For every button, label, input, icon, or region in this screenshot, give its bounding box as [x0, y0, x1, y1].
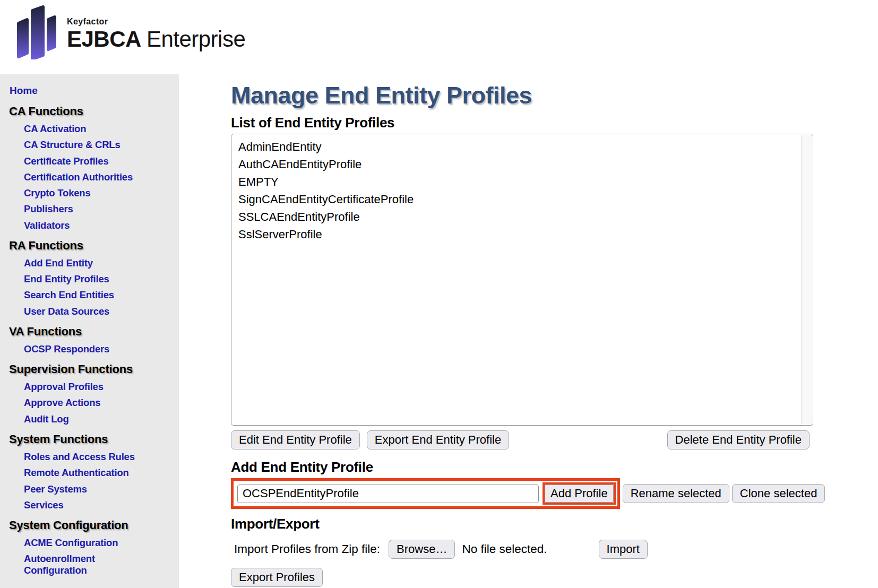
profile-list-item[interactable]: AuthCAEndEntityProfile — [231, 155, 813, 173]
listbox-scrollbar[interactable] — [801, 135, 812, 425]
list-of-end-entity-profiles-heading: List of End Entity Profiles — [231, 115, 878, 131]
logo-brand-text: Keyfactor — [67, 17, 245, 27]
sidebar-item-search-end-entities[interactable]: Search End Entities — [0, 289, 179, 300]
logo-product-text: EJBCA — [67, 27, 141, 51]
main-content: Manage End Entity Profiles List of End E… — [179, 74, 878, 588]
sidebar-section-va-functions: VA Functions — [0, 325, 179, 339]
export-end-entity-profile-button[interactable]: Export End Entity Profile — [367, 430, 509, 449]
profile-list-item[interactable]: SignCAEndEntityCertificateProfile — [231, 191, 813, 208]
highlight-annotation-inner-box: Add Profile — [543, 482, 616, 505]
sidebar-navigation: Home CA Functions CA Activation CA Struc… — [0, 74, 179, 588]
sidebar-item-audit-log[interactable]: Audit Log — [0, 413, 179, 425]
file-status-text: No file selected. — [462, 542, 547, 556]
highlight-annotation-box: Add Profile — [231, 478, 620, 509]
sidebar-item-add-end-entity[interactable]: Add End Entity — [0, 257, 179, 269]
sidebar-section-ra-functions: RA Functions — [0, 239, 179, 253]
sidebar-item-publishers[interactable]: Publishers — [0, 203, 179, 214]
sidebar-item-remote-authentication[interactable]: Remote Authentication — [0, 467, 179, 478]
import-export-heading: Import/Export — [231, 516, 878, 532]
sidebar-item-ca-activation[interactable]: CA Activation — [0, 123, 179, 134]
add-end-entity-profile-heading: Add End Entity Profile — [231, 459, 878, 475]
sidebar-item-ca-structure-crls[interactable]: CA Structure & CRLs — [0, 139, 179, 150]
profile-name-input[interactable] — [237, 485, 539, 503]
sidebar-item-roles-and-access-rules[interactable]: Roles and Access Rules — [0, 451, 179, 462]
sidebar-item-autoenrollment-configuration[interactable]: Autoenrollment Configuration — [0, 553, 179, 576]
keyfactor-logo-icon — [15, 4, 58, 59]
add-profile-button[interactable]: Add Profile — [545, 485, 614, 503]
export-profiles-button[interactable]: Export Profiles — [231, 568, 323, 587]
sidebar-item-home[interactable]: Home — [0, 85, 179, 97]
sidebar-item-user-data-sources[interactable]: User Data Sources — [0, 306, 179, 317]
page-title: Manage End Entity Profiles — [231, 82, 878, 109]
logo-wordmark: Keyfactor EJBCAEnterprise — [67, 4, 245, 51]
page-header: Keyfactor EJBCAEnterprise — [0, 0, 878, 74]
sidebar-section-ca-functions: CA Functions — [0, 105, 179, 118]
profile-list-item[interactable]: SslServerProfile — [231, 226, 813, 243]
sidebar-item-approve-actions[interactable]: Approve Actions — [0, 397, 179, 408]
logo-edition-text: Enterprise — [147, 27, 245, 51]
rename-selected-button[interactable]: Rename selected — [623, 484, 729, 503]
sidebar-item-acme-configuration[interactable]: ACME Configuration — [0, 537, 179, 548]
import-button[interactable]: Import — [599, 540, 648, 559]
sidebar-section-system-functions: System Functions — [0, 433, 179, 446]
profile-list-item[interactable]: EMPTY — [231, 173, 813, 191]
sidebar-item-approval-profiles[interactable]: Approval Profiles — [0, 381, 179, 392]
browse-button[interactable]: Browse… — [389, 540, 455, 559]
sidebar-item-certificate-profiles[interactable]: Certificate Profiles — [0, 155, 179, 167]
profile-list-item[interactable]: SSLCAEndEntityProfile — [231, 208, 813, 226]
sidebar-item-certification-authorities[interactable]: Certification Authorities — [0, 171, 179, 183]
sidebar-item-peer-systems[interactable]: Peer Systems — [0, 483, 179, 495]
profile-list-item[interactable]: AdminEndEntity — [231, 138, 813, 155]
sidebar-item-validators[interactable]: Validators — [0, 220, 179, 231]
sidebar-item-services[interactable]: Services — [0, 499, 179, 511]
sidebar-section-system-configuration: System Configuration — [0, 518, 179, 532]
import-profiles-label: Import Profiles from Zip file: — [234, 542, 380, 556]
delete-end-entity-profile-button[interactable]: Delete End Entity Profile — [667, 430, 810, 449]
sidebar-item-ocsp-responders[interactable]: OCSP Responders — [0, 343, 179, 354]
sidebar-section-supervision-functions: Supervision Functions — [0, 362, 179, 376]
edit-end-entity-profile-button[interactable]: Edit End Entity Profile — [231, 430, 360, 449]
clone-selected-button[interactable]: Clone selected — [732, 484, 825, 503]
ejbca-logo[interactable]: Keyfactor EJBCAEnterprise — [15, 4, 245, 59]
profile-listbox[interactable]: AdminEndEntity AuthCAEndEntityProfile EM… — [231, 134, 813, 426]
sidebar-item-crypto-tokens[interactable]: Crypto Tokens — [0, 187, 179, 198]
sidebar-item-end-entity-profiles[interactable]: End Entity Profiles — [0, 273, 179, 284]
